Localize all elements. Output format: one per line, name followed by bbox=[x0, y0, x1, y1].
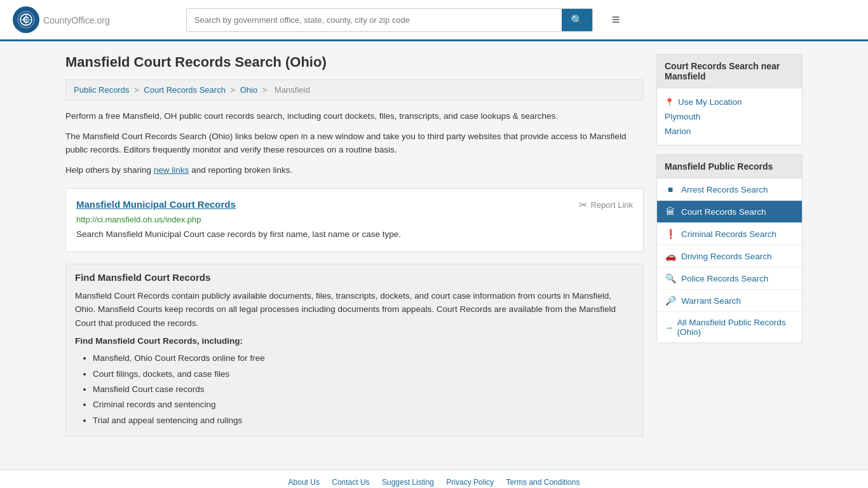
breadcrumb-public-records[interactable]: Public Records bbox=[74, 85, 129, 95]
page-title: Mansfield Court Records Search (Ohio) bbox=[65, 54, 644, 71]
sidebar-nav-court-records[interactable]: 🏛 Court Records Search bbox=[657, 201, 802, 223]
public-records-section: Mansfield Public Records ■ Arrest Record… bbox=[656, 154, 803, 343]
new-links-link[interactable]: new links bbox=[154, 165, 189, 175]
find-court-records-section: Find Mansfield Court Records Mansfield C… bbox=[65, 264, 644, 437]
sidebar-nav-driving-records[interactable]: 🚗 Driving Records Search bbox=[657, 245, 802, 268]
search-input[interactable] bbox=[187, 10, 562, 30]
record-url[interactable]: http://ci.mansfield.oh.us/index.php bbox=[76, 215, 633, 224]
logo-icon: C bbox=[13, 6, 39, 33]
public-records-header: Mansfield Public Records bbox=[657, 155, 802, 179]
court-records-icon: 🏛 bbox=[665, 207, 676, 217]
footer-link-about[interactable]: About Us bbox=[288, 478, 320, 487]
help-text: Help others by sharing new links and rep… bbox=[65, 163, 644, 177]
breadcrumb: Public Records > Court Records Search > … bbox=[65, 79, 644, 100]
logo-wordmark: CountyOffice.org bbox=[43, 13, 110, 27]
site-header: C CountyOffice.org 🔍 ≡ bbox=[0, 0, 868, 41]
hamburger-menu-button[interactable]: ≡ bbox=[612, 11, 620, 28]
sidebar: Court Records Search near Mansfield 📍 Us… bbox=[656, 54, 803, 444]
all-public-records-link[interactable]: → All Mansfield Public Records (Ohio) bbox=[657, 312, 802, 342]
list-item: Court filings, dockets, and case files bbox=[93, 367, 634, 382]
record-description: Search Mansfield Municipal Court case re… bbox=[76, 228, 633, 241]
use-location-label: Use My Location bbox=[678, 97, 742, 107]
footer-link-privacy[interactable]: Privacy Policy bbox=[446, 478, 494, 487]
logo[interactable]: C CountyOffice.org bbox=[13, 6, 110, 33]
sidebar-nav-criminal-records[interactable]: ❗ Criminal Records Search bbox=[657, 223, 802, 245]
breadcrumb-ohio[interactable]: Ohio bbox=[240, 85, 257, 95]
warrant-search-icon: 🔎 bbox=[665, 295, 676, 306]
nearby-link-marion[interactable]: Marion bbox=[665, 124, 794, 139]
record-card-title[interactable]: Mansfield Municipal Court Records bbox=[76, 199, 236, 210]
list-item: Mansfield, Ohio Court Records online for… bbox=[93, 351, 634, 366]
search-bar: 🔍 bbox=[186, 8, 593, 32]
scissors-icon: ✂ bbox=[579, 199, 587, 211]
intro-paragraph-2: The Mansfield Court Records Search (Ohio… bbox=[65, 130, 644, 157]
use-my-location-item[interactable]: 📍 Use My Location bbox=[665, 95, 794, 109]
sidebar-nav-label: Police Records Search bbox=[681, 274, 768, 283]
intro-paragraph-1: Perform a free Mansfield, OH public cour… bbox=[65, 109, 644, 123]
sidebar-nav-label: Driving Records Search bbox=[681, 252, 772, 261]
sidebar-nav-label: Arrest Records Search bbox=[681, 185, 768, 194]
record-card-header: Mansfield Municipal Court Records ✂ Repo… bbox=[76, 199, 633, 211]
find-section-description: Mansfield Court Records contain publicly… bbox=[75, 289, 634, 330]
nearby-body: 📍 Use My Location Plymouth Marion bbox=[657, 88, 802, 145]
find-section-heading: Find Mansfield Court Records bbox=[75, 272, 634, 283]
content-area: Mansfield Court Records Search (Ohio) Pu… bbox=[65, 54, 644, 444]
arrest-records-icon: ■ bbox=[665, 184, 676, 194]
list-item: Criminal records and sentencing bbox=[93, 397, 634, 412]
record-card-municipal-court: Mansfield Municipal Court Records ✂ Repo… bbox=[65, 188, 644, 252]
sidebar-nav-label: Warrant Search bbox=[681, 296, 741, 306]
breadcrumb-current: Mansfield bbox=[275, 85, 310, 95]
sidebar-nav-police-records[interactable]: 🔍 Police Records Search bbox=[657, 268, 802, 290]
sidebar-nav-label: Criminal Records Search bbox=[681, 229, 776, 239]
search-button[interactable]: 🔍 bbox=[562, 9, 592, 31]
all-records-label: All Mansfield Public Records (Ohio) bbox=[677, 318, 795, 337]
nearby-header: Court Records Search near Mansfield bbox=[657, 55, 802, 88]
find-including-label: Find Mansfield Court Records, including: bbox=[75, 336, 634, 346]
driving-records-icon: 🚗 bbox=[665, 251, 676, 261]
criminal-records-icon: ❗ bbox=[665, 229, 676, 239]
nearby-link-plymouth[interactable]: Plymouth bbox=[665, 109, 794, 124]
sidebar-nav-label: Court Records Search bbox=[681, 207, 766, 217]
footer: About Us Contact Us Suggest Listing Priv… bbox=[0, 470, 868, 488]
footer-link-suggest[interactable]: Suggest Listing bbox=[382, 478, 434, 487]
nearby-section: Court Records Search near Mansfield 📍 Us… bbox=[656, 54, 803, 146]
find-list: Mansfield, Ohio Court Records online for… bbox=[75, 351, 634, 428]
footer-link-contact[interactable]: Contact Us bbox=[332, 478, 369, 487]
report-link-button[interactable]: ✂ Report Link bbox=[579, 199, 633, 211]
police-records-icon: 🔍 bbox=[665, 273, 676, 283]
arrow-right-icon: → bbox=[665, 323, 674, 332]
main-container: Mansfield Court Records Search (Ohio) Pu… bbox=[53, 41, 815, 457]
list-item: Trial and appeal sentencing and rulings bbox=[93, 413, 634, 428]
sidebar-nav-arrest-records[interactable]: ■ Arrest Records Search bbox=[657, 179, 802, 201]
list-item: Mansfield Court case records bbox=[93, 382, 634, 397]
breadcrumb-court-records-search[interactable]: Court Records Search bbox=[144, 85, 226, 95]
location-pin-icon: 📍 bbox=[665, 98, 674, 107]
footer-link-terms[interactable]: Terms and Conditions bbox=[506, 478, 580, 487]
sidebar-nav-warrant-search[interactable]: 🔎 Warrant Search bbox=[657, 290, 802, 312]
